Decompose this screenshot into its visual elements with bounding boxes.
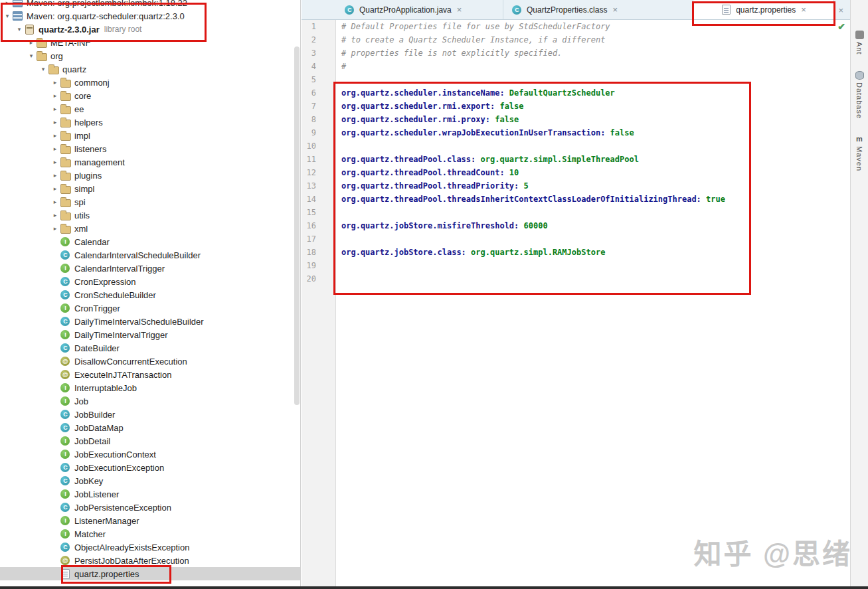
tree-item-core[interactable]: ▸core <box>0 89 300 102</box>
tab-quartzproperties-class[interactable]: CQuartzProperties.class× <box>503 0 693 19</box>
tool-window-button-ant[interactable]: Ant <box>855 31 864 55</box>
tree-item-jobdatamap[interactable]: CJobDataMap <box>0 421 300 434</box>
tree-item-spi[interactable]: ▸spi <box>0 195 300 209</box>
tree-item-quartz[interactable]: ▾quartz <box>0 62 300 76</box>
tree-item-jobbuilder[interactable]: CJobBuilder <box>0 408 300 421</box>
chevron-right-icon[interactable]: ▸ <box>27 39 36 46</box>
tree-item-calendar[interactable]: ICalendar <box>0 235 300 248</box>
chevron-right-icon[interactable]: ▸ <box>50 212 60 218</box>
tree-item-calendarintervalschedulebuilder[interactable]: CCalendarIntervalScheduleBuilder <box>0 248 300 262</box>
tool-window-button-maven[interactable]: mMaven <box>855 135 864 171</box>
tree-item-commonj[interactable]: ▸commonj <box>0 76 300 89</box>
chevron-down-icon[interactable]: ▾ <box>39 66 48 72</box>
chevron-right-icon[interactable]: ▸ <box>50 119 60 126</box>
tree-scrollbar[interactable] <box>294 46 300 405</box>
tab-quartzproapplication-java[interactable]: CQuartzProApplication.java× <box>336 0 503 19</box>
code-line-10[interactable]: 10 <box>302 139 850 153</box>
code-line-19[interactable]: 19 <box>302 259 850 272</box>
tree-item-utils[interactable]: ▸utils <box>0 209 300 222</box>
tree-item-joblistener[interactable]: IJobListener <box>0 487 300 501</box>
tree-item-disallowconcurrentexecution[interactable]: @DisallowConcurrentExecution <box>0 355 300 368</box>
chevron-right-icon[interactable]: ▸ <box>50 159 60 165</box>
tree-item-job[interactable]: IJob <box>0 394 300 408</box>
tree-item-maven-org-projectlombok-lombok-1-18-22[interactable]: ▸Maven: org.projectlombok:lombok:1.18.22 <box>0 0 300 9</box>
code-line-17[interactable]: 17 <box>302 232 850 246</box>
code-line-16[interactable]: 16org.quartz.jobStore.misfireThreshold: … <box>302 219 850 232</box>
chevron-down-icon[interactable]: ▾ <box>15 26 24 33</box>
code-line-4[interactable]: 4# <box>302 60 850 73</box>
tree-item-management[interactable]: ▸management <box>0 155 300 169</box>
tree-item-maven-org-quartz-scheduler-quartz-2-3-0[interactable]: ▾Maven: org.quartz-scheduler:quartz:2.3.… <box>0 9 300 23</box>
editor-area: CQuartzProApplication.java×CQuartzProper… <box>302 0 850 586</box>
code-line-6[interactable]: 6org.quartz.scheduler.instanceName: Defa… <box>302 86 850 100</box>
tree-item-cronschedulebuilder[interactable]: CCronScheduleBuilder <box>0 288 300 301</box>
tree-item-quartz-2-3-0-jar[interactable]: ▾quartz-2.3.0.jarlibrary root <box>0 23 300 36</box>
tree-item-executeinjtatransaction[interactable]: @ExecuteInJTATransaction <box>0 368 300 381</box>
tree-item-helpers[interactable]: ▸helpers <box>0 116 300 129</box>
tree-item-label: ExecuteInJTATransaction <box>74 370 171 380</box>
tree-item-jobpersistenceexception[interactable]: CJobPersistenceException <box>0 501 300 514</box>
chevron-right-icon[interactable]: ▸ <box>50 172 60 179</box>
chevron-right-icon[interactable]: ▸ <box>50 132 60 139</box>
tree-item-listeners[interactable]: ▸listeners <box>0 142 300 155</box>
tree-item-quartz-properties[interactable]: quartz.properties <box>0 567 300 580</box>
chevron-right-icon[interactable]: ▸ <box>50 79 60 86</box>
tree-item-impl[interactable]: ▸impl <box>0 129 300 142</box>
tree-item-jobexecutionexception[interactable]: CJobExecutionException <box>0 461 300 474</box>
code-line-14[interactable]: 14org.quartz.threadPool.threadsInheritCo… <box>302 193 850 206</box>
code-line-11[interactable]: 11org.quartz.threadPool.class: org.quart… <box>302 153 850 166</box>
code-line-9[interactable]: 9org.quartz.scheduler.wrapJobExecutionIn… <box>302 126 850 139</box>
tree-item-matcher[interactable]: IMatcher <box>0 527 300 541</box>
interface-icon: I <box>60 236 71 247</box>
tree-item-objectalreadyexistsexception[interactable]: CObjectAlreadyExistsException <box>0 541 300 554</box>
tool-window-button-database[interactable]: Database <box>855 71 864 119</box>
tab-close-icon[interactable]: × <box>801 5 806 14</box>
tree-item-crontrigger[interactable]: ICronTrigger <box>0 301 300 315</box>
chevron-right-icon[interactable]: ▸ <box>3 0 12 6</box>
code-line-15[interactable]: 15 <box>302 206 850 219</box>
chevron-right-icon[interactable]: ▸ <box>50 199 60 205</box>
code-line-8[interactable]: 8org.quartz.scheduler.rmi.proxy: false <box>302 113 850 126</box>
chevron-down-icon[interactable]: ▾ <box>27 52 36 59</box>
code-line-3[interactable]: 3# properties file is not explicitly spe… <box>302 46 850 60</box>
chevron-right-icon[interactable]: ▸ <box>50 185 60 192</box>
tree-item-meta-inf[interactable]: ▸META-INF <box>0 36 300 49</box>
tab-close-icon[interactable]: × <box>612 5 618 14</box>
code-line-1[interactable]: 1# Default Properties file for use by St… <box>302 20 850 33</box>
tree-item-dailytimeintervaltrigger[interactable]: IDailyTimeIntervalTrigger <box>0 328 300 341</box>
tree-item-interruptablejob[interactable]: IInterruptableJob <box>0 381 300 394</box>
folder-icon <box>48 64 59 74</box>
tree-item-plugins[interactable]: ▸plugins <box>0 169 300 182</box>
code-line-13[interactable]: 13org.quartz.threadPool.threadPriority: … <box>302 179 850 193</box>
tabbar-close-icon[interactable]: × <box>838 5 843 15</box>
code-line-12[interactable]: 12org.quartz.threadPool.threadCount: 10 <box>302 166 850 179</box>
tree-item-cronexpression[interactable]: CCronExpression <box>0 275 300 288</box>
tree-item-listenermanager[interactable]: IListenerManager <box>0 514 300 527</box>
tree-item-org[interactable]: ▾org <box>0 49 300 62</box>
chevron-right-icon[interactable]: ▸ <box>50 225 60 232</box>
tree-item-persistjobdataafterexecution[interactable]: @PersistJobDataAfterExecution <box>0 554 300 567</box>
code-line-18[interactable]: 18org.quartz.jobStore.class: org.quartz.… <box>302 246 850 259</box>
code-line-2[interactable]: 2# to create a Quartz Scheduler Instance… <box>302 33 850 46</box>
code-line-5[interactable]: 5 <box>302 73 850 86</box>
tab-quartz-properties[interactable]: quartz.properties× <box>693 0 834 19</box>
chevron-right-icon[interactable]: ▸ <box>50 145 60 152</box>
tree-item-simpl[interactable]: ▸simpl <box>0 182 300 195</box>
tree-item-ee[interactable]: ▸ee <box>0 102 300 116</box>
editor-pane[interactable]: 1# Default Properties file for use by St… <box>302 20 850 586</box>
chevron-right-icon[interactable]: ▸ <box>50 92 60 99</box>
chevron-right-icon[interactable]: ▸ <box>50 106 60 112</box>
tree-item-xml[interactable]: ▸xml <box>0 222 300 235</box>
tree-item-jobkey[interactable]: CJobKey <box>0 474 300 487</box>
tree-item-datebuilder[interactable]: CDateBuilder <box>0 341 300 355</box>
code-line-7[interactable]: 7org.quartz.scheduler.rmi.export: false <box>302 100 850 113</box>
tree-item-label: JobKey <box>74 476 103 486</box>
tree-item-calendarintervaltrigger[interactable]: ICalendarIntervalTrigger <box>0 262 300 275</box>
tree-item-jobdetail[interactable]: IJobDetail <box>0 434 300 448</box>
tree-item-dailytimeintervalschedulebuilder[interactable]: CDailyTimeIntervalScheduleBuilder <box>0 315 300 328</box>
chevron-down-icon[interactable]: ▾ <box>3 13 12 19</box>
code-line-20[interactable]: 20 <box>302 272 850 286</box>
tab-close-icon[interactable]: × <box>457 5 462 14</box>
inspections-ok-icon[interactable]: ✔ <box>837 21 845 32</box>
tree-item-jobexecutioncontext[interactable]: IJobExecutionContext <box>0 448 300 461</box>
